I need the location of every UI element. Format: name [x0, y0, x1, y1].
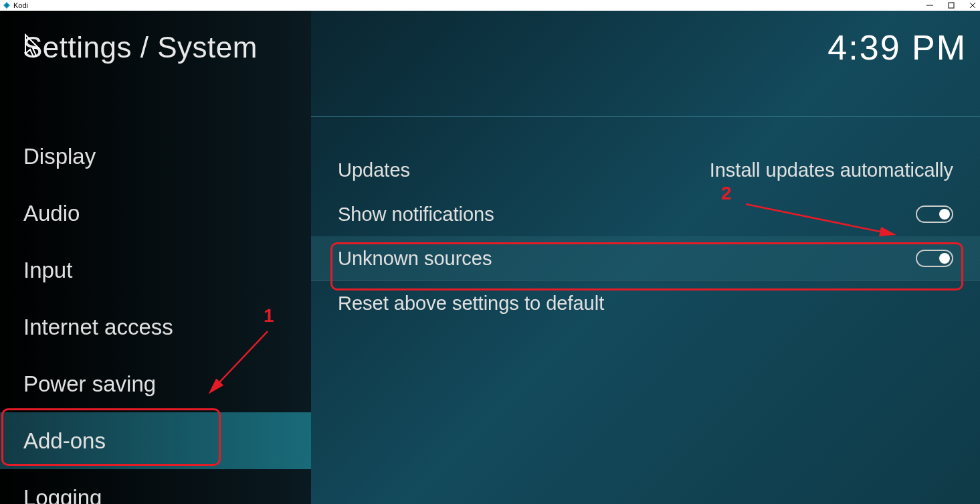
setting-label: Updates [338, 159, 410, 181]
app-name: Kodi [13, 1, 28, 9]
sidebar-item-label: Power saving [23, 371, 156, 397]
window-titlebar: Kodi [0, 0, 980, 11]
settings-sidebar: Settings / System Display Audio Input In… [0, 11, 311, 504]
setting-label: Unknown sources [338, 248, 492, 270]
sidebar-item-label: Input [23, 258, 72, 283]
close-button[interactable] [968, 1, 977, 10]
svg-rect-1 [949, 3, 954, 8]
sidebar-item-internet-access[interactable]: Internet access [0, 299, 311, 355]
sidebar-item-input[interactable]: Input [0, 242, 311, 299]
sidebar-item-audio[interactable]: Audio [0, 185, 311, 242]
setting-label: Show notifications [338, 203, 494, 226]
kodi-app-icon [3, 1, 11, 9]
setting-value: Install updates automatically [710, 159, 953, 181]
setting-label: Reset above settings to default [338, 292, 604, 315]
sidebar-item-label: Audio [23, 201, 80, 226]
setting-show-notifications[interactable]: Show notifications [311, 192, 980, 236]
unknown-sources-toggle[interactable] [916, 250, 953, 267]
show-notifications-toggle[interactable] [916, 205, 953, 223]
sidebar-item-display[interactable]: Display [0, 128, 311, 185]
sidebar-item-label: Add-ons [23, 428, 106, 454]
clock: 4:39 PM [827, 27, 967, 68]
settings-main-panel: 4:39 PM Updates Install updates automati… [311, 11, 980, 504]
page-title: Settings / System [23, 31, 258, 64]
sidebar-item-label: Internet access [23, 315, 173, 340]
minimize-button[interactable] [925, 1, 935, 10]
sidebar-item-label: Logging [23, 485, 102, 505]
sidebar-item-add-ons[interactable]: Add-ons [0, 412, 311, 469]
setting-reset-defaults[interactable]: Reset above settings to default [311, 281, 980, 325]
sidebar-item-logging[interactable]: Logging [0, 469, 311, 504]
sidebar-item-label: Display [23, 144, 96, 169]
maximize-button[interactable] [947, 1, 956, 10]
sidebar-item-power-saving[interactable]: Power saving [0, 355, 311, 412]
setting-updates[interactable]: Updates Install updates automatically [311, 148, 980, 192]
setting-unknown-sources[interactable]: Unknown sources [311, 236, 980, 280]
